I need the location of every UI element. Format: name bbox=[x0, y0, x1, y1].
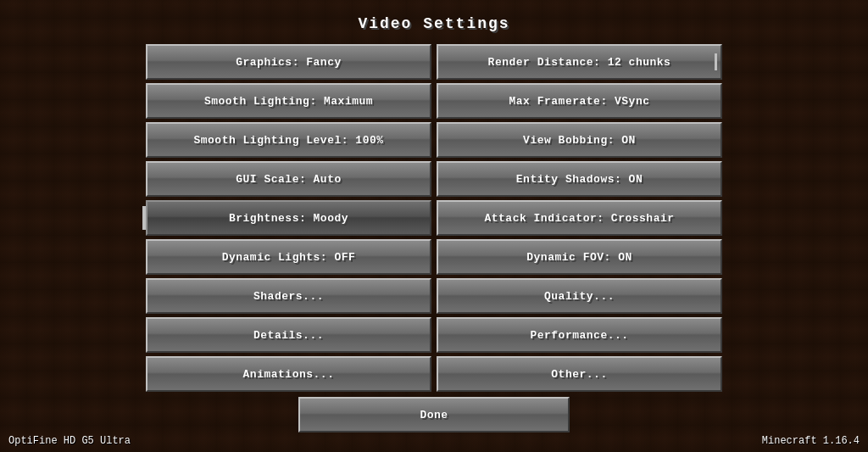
dynamic-lights-button[interactable]: Dynamic Lights: OFF bbox=[146, 239, 431, 275]
render-distance-button[interactable]: Render Distance: 12 chunks bbox=[437, 44, 722, 80]
gui-scale-button[interactable]: GUI Scale: Auto bbox=[146, 161, 431, 197]
brightness-button[interactable]: Brightness: Moody bbox=[146, 200, 431, 236]
done-button[interactable]: Done bbox=[298, 397, 570, 432]
graphics-button[interactable]: Graphics: Fancy bbox=[146, 44, 431, 80]
dynamic-fov-button[interactable]: Dynamic FOV: ON bbox=[437, 239, 722, 275]
animations-button[interactable]: Animations... bbox=[146, 356, 431, 392]
details-button[interactable]: Details... bbox=[146, 317, 431, 353]
performance-button[interactable]: Performance... bbox=[437, 317, 722, 353]
shaders-button[interactable]: Shaders... bbox=[146, 278, 431, 314]
quality-button[interactable]: Quality... bbox=[437, 278, 722, 314]
optifine-version: OptiFine HD G5 Ultra bbox=[8, 435, 131, 447]
max-framerate-button[interactable]: Max Framerate: VSync bbox=[437, 83, 722, 119]
other-button[interactable]: Other... bbox=[437, 356, 722, 392]
smooth-lighting-level-button[interactable]: Smooth Lighting Level: 100% bbox=[146, 122, 431, 158]
smooth-lighting-button[interactable]: Smooth Lighting: Maximum bbox=[146, 83, 431, 119]
view-bobbing-button[interactable]: View Bobbing: ON bbox=[437, 122, 722, 158]
attack-indicator-button[interactable]: Attack Indicator: Crosshair bbox=[437, 200, 722, 236]
page-title: Video Settings bbox=[358, 15, 509, 32]
settings-grid: Graphics: Fancy Render Distance: 12 chun… bbox=[146, 44, 722, 392]
entity-shadows-button[interactable]: Entity Shadows: ON bbox=[437, 161, 722, 197]
minecraft-version: Minecraft 1.16.4 bbox=[762, 435, 860, 447]
